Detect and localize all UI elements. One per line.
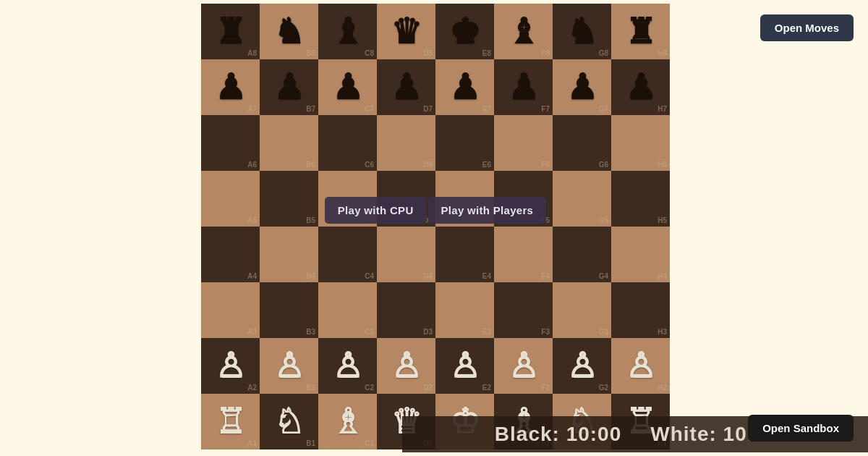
play-cpu-button[interactable]: Play with CPU [325,197,427,224]
open-sandbox-button[interactable]: Open Sandbox [748,415,854,442]
popup-overlay: Play with CPU Play with Players [201,4,670,416]
game-mode-popup: Play with CPU Play with Players [325,197,546,224]
cell-label: A1 [247,439,257,447]
cell-label: B1 [306,439,315,447]
open-moves-button[interactable]: Open Moves [760,14,854,41]
black-timer: Black: 10:00 [495,423,621,446]
play-players-button[interactable]: Play with Players [428,197,547,224]
cell-label: C1 [365,439,374,447]
